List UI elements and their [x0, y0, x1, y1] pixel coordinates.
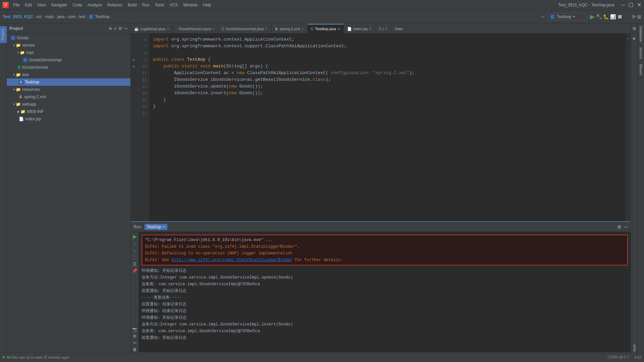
coverage-button[interactable]: 📊 — [610, 14, 616, 19]
build-button[interactable]: 🔨 — [596, 14, 602, 19]
tree-item-resources[interactable]: ▾ 📁 resources — [7, 86, 130, 93]
header-icon3[interactable]: ⚙ — [118, 26, 122, 31]
main-link[interactable]: main — [45, 14, 54, 19]
igoodsservice-tab-close[interactable]: ✕ — [212, 27, 215, 31]
tree-item-testaop[interactable]: C TestAop — [7, 78, 130, 86]
slf4j-link[interactable]: http://www.slf4j.org/codes.html#StaticLo… — [171, 257, 292, 263]
tab-c[interactable]: C ( ✕ — [375, 24, 391, 33]
minimize-button[interactable]: ─ — [621, 2, 625, 8]
tree-item-igoodsservice[interactable]: I IGoodsService — [7, 64, 130, 71]
maven-vert-label[interactable]: Maven — [638, 62, 644, 78]
igoodsservice-icon: I — [17, 65, 20, 70]
run-tab[interactable]: TestAop ✕ — [145, 224, 167, 230]
testaop-link[interactable]: TestAop — [95, 14, 110, 19]
goodsserviceimpl-tab-close[interactable]: ✕ — [265, 27, 268, 31]
tree-item-service[interactable]: ▾ 📁 service — [7, 42, 130, 49]
menu-edit[interactable]: Edit — [22, 2, 34, 8]
debug-button[interactable]: 🐛 — [603, 14, 609, 19]
tree-item-goods[interactable]: C Goods — [7, 34, 130, 42]
goodsserviceimpl-tab-label: GoodsServiceImpl.java — [226, 27, 264, 31]
menu-view[interactable]: View — [35, 2, 48, 8]
menu-code[interactable]: Code — [70, 2, 85, 8]
menu-tools[interactable]: Tools — [153, 2, 167, 8]
maximize-button[interactable] — [629, 3, 633, 7]
scroll-down-button[interactable]: ↓ — [134, 248, 136, 253]
close-button[interactable]: ✕ — [637, 2, 641, 8]
panel-minimize-icon[interactable]: ─ — [624, 224, 628, 230]
java-link[interactable]: java — [57, 14, 65, 19]
camera-button[interactable]: 📷 — [132, 327, 137, 332]
favorites-icon[interactable]: ★ — [632, 36, 636, 41]
goodsserviceimpl-label: GoodsServiceImpl — [29, 58, 62, 62]
layout-button[interactable]: ⊞ — [637, 14, 641, 19]
console-line-9: ·····更新业务····· — [142, 294, 628, 301]
console-line-5: 环绕通知: 开始记录日志 — [142, 267, 628, 274]
run-button[interactable]: ▶ — [590, 13, 595, 20]
header-icon1[interactable]: ⊕ — [109, 26, 112, 31]
menu-vcs[interactable]: VCS — [167, 2, 180, 8]
tree-item-impl[interactable]: ▾ 📁 impl — [7, 49, 130, 56]
impl-arrow: ▾ — [17, 51, 19, 54]
code-line-9: public class TestAop { — [153, 56, 626, 63]
sync-button[interactable]: ⟳ — [632, 14, 636, 19]
tree-item-test[interactable]: ▾ 📁 test — [7, 71, 130, 78]
spring-xml-tab-close[interactable]: ✕ — [301, 27, 304, 31]
menu-help[interactable]: Help — [201, 2, 214, 8]
fold-arrow-10[interactable]: ▶ — [131, 63, 137, 70]
project-link[interactable]: Test_0915_KQC — [3, 14, 33, 19]
tab-indexjsp[interactable]: 📄 index.jsp ✕ — [344, 24, 375, 33]
pin-button[interactable]: 📌 — [132, 268, 137, 273]
settings-icon[interactable]: ⚙ — [617, 224, 622, 230]
logadvise-tab-close[interactable]: ✕ — [167, 27, 169, 31]
tab-logadvise[interactable]: ☕ LogAdvise.java ✕ — [131, 24, 173, 33]
tree-item-webinf[interactable]: ▶ 📁 WEB-INF — [7, 108, 130, 115]
tab-testaop[interactable]: C TestAop.java ✕ — [308, 24, 344, 33]
menu-run[interactable]: Run — [140, 2, 152, 8]
settings2-button[interactable]: ⚙ — [133, 334, 137, 339]
menu-window[interactable]: Window — [181, 2, 200, 8]
com-link[interactable]: com — [68, 14, 76, 19]
menu-refactor[interactable]: Refactor — [105, 2, 125, 8]
code-line-8 — [153, 50, 626, 56]
service-label: service — [22, 43, 35, 48]
tree-item-goodsserviceimpl[interactable]: C GoodsServiceImpl — [7, 56, 130, 64]
c-tab-close[interactable]: ✕ — [385, 27, 388, 31]
back-icon[interactable]: ← — [540, 14, 546, 20]
structure-icon[interactable]: ⊞ — [633, 26, 636, 31]
tab-goodsserviceimpl[interactable]: C GoodsServiceImpl.java ✕ — [218, 24, 271, 33]
project-tab[interactable]: Project — [0, 26, 7, 43]
source-vert-label[interactable]: Source — [638, 45, 644, 62]
delete-button[interactable]: 🗑 — [133, 347, 137, 352]
database-vert-label[interactable]: Database — [638, 23, 644, 45]
tree-item-indexjsp[interactable]: 📄 index.jsp — [7, 115, 130, 123]
tab-igoodsservice[interactable]: I IGoodsService.java ✕ — [173, 24, 218, 33]
tab-data[interactable]: Data — [391, 24, 406, 33]
menu-file[interactable]: File — [11, 2, 22, 8]
webapp-folder-icon: 📁 — [16, 102, 21, 107]
src-link[interactable]: src — [37, 14, 42, 19]
run-play-button[interactable]: ▶ — [133, 233, 137, 240]
menu-analyze[interactable]: Analyze — [85, 2, 104, 8]
tree-item-webapp[interactable]: ▾ 📁 webapp — [7, 101, 130, 108]
breadcrumb-nav: Test_0915_KQC › src › main › java › com … — [3, 14, 110, 19]
step-over-button[interactable]: ⬛ — [132, 255, 137, 260]
filter-button[interactable]: ☰ — [133, 262, 137, 266]
run-config-label: TestAop — [557, 14, 571, 19]
indexjsp-tab-close[interactable]: ✕ — [369, 27, 372, 31]
stop-button[interactable]: ⏹ — [617, 14, 623, 20]
tree-item-spring-xml[interactable]: 🗎 spring-2.xml — [7, 93, 130, 101]
menu-navigate[interactable]: Navigate — [49, 2, 69, 8]
testaop-tab-close[interactable]: ✕ — [337, 27, 340, 31]
project-panel-header: Project ⊕ ≡ ⚙ ─ — [7, 23, 130, 34]
header-minus[interactable]: ─ — [124, 26, 128, 31]
scroll-up-button[interactable]: ↑ — [134, 242, 136, 246]
run-config-dropdown[interactable]: C TestAop ▾ — [547, 13, 587, 20]
run-tab-close[interactable]: ✕ — [163, 225, 165, 229]
code-content[interactable]: import org.springframework.context.Appli… — [149, 34, 626, 221]
header-icon2[interactable]: ≡ — [114, 26, 116, 31]
fold-arrow-9[interactable]: ▶ — [131, 56, 137, 63]
test-link[interactable]: test — [79, 14, 85, 19]
tab-spring-xml[interactable]: 🗎 spring-2.xml ✕ — [271, 24, 308, 33]
menu-build[interactable]: Build — [125, 2, 139, 8]
step-in-button[interactable]: ↩ — [133, 341, 137, 345]
